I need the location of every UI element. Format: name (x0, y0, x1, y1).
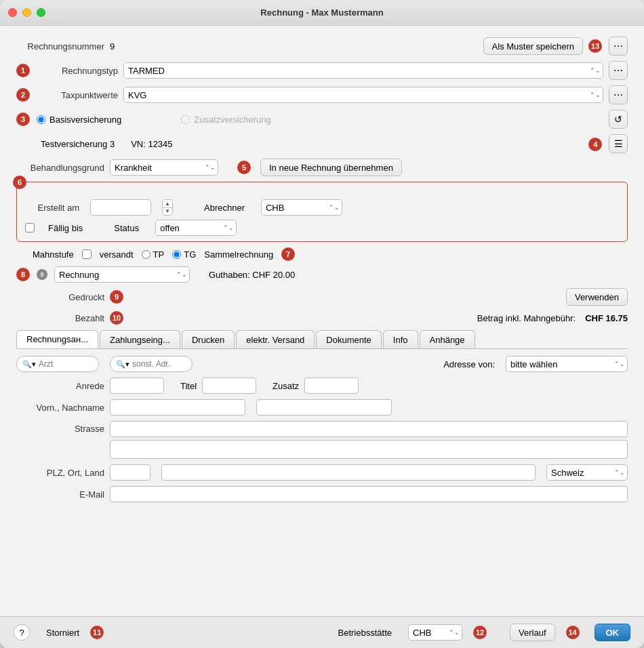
zusatzversicherung-radio[interactable] (181, 115, 190, 124)
badge-12: 12 (473, 626, 487, 639)
taxpunktwerte-select[interactable]: KVG (123, 87, 603, 103)
tab-drucken[interactable]: Drucken (182, 330, 235, 348)
sammelrechnung-label: Sammelrechnung (204, 249, 273, 260)
settings-icon-3[interactable]: ⋯ (609, 85, 628, 104)
zusatzversicherung-label: Zusatzversicherung (194, 115, 270, 125)
basisversicherung-label: Basisversicherung (49, 115, 121, 125)
faellig-checkbox[interactable] (25, 223, 35, 232)
tg-label: TG (184, 249, 196, 260)
plz-row: PLZ, Ort, Land 3000 Bern Schweiz (16, 464, 628, 481)
als-muster-button[interactable]: Als Muster speichern (483, 37, 583, 55)
titel-input[interactable] (202, 378, 256, 394)
erstellt-am-input[interactable]: 9.11.2022 (90, 199, 151, 216)
arzt-search-icon: 🔍▾ (22, 360, 36, 369)
plz-input[interactable]: 3000 (110, 464, 150, 481)
betriebsstaette-select[interactable]: CHB (408, 624, 462, 641)
tab-dokumente[interactable]: Dokumente (316, 330, 381, 348)
verwenden-button[interactable]: Verwenden (566, 288, 628, 306)
insurance-row: 3 Basisversicherung Zusatzversicherung ↺ (16, 110, 628, 129)
close-button[interactable] (8, 8, 17, 17)
sonst-adr-input[interactable] (132, 359, 186, 369)
tab-anhaenge[interactable]: Anhänge (420, 330, 475, 348)
mahnstufe-label: Mahnstufe (33, 249, 74, 260)
help-icon: ? (19, 628, 24, 638)
rechnungstyp-label: Rechnungstyp (37, 66, 118, 76)
tp-radio[interactable] (142, 250, 150, 259)
badge-13: 13 (588, 39, 602, 53)
plz-ort-land-label: PLZ, Ort, Land (16, 468, 104, 478)
ok-button[interactable]: OK (595, 624, 631, 641)
list-icon[interactable]: ☰ (609, 134, 628, 153)
badge-9: 9 (110, 290, 123, 304)
badge-4: 4 (588, 138, 602, 151)
land-select[interactable]: Schweiz (546, 464, 628, 481)
titlebar: Rechnung - Max Mustermann (0, 0, 644, 26)
vn-label: VN: 12345 (131, 139, 172, 149)
refresh-icon[interactable]: ↺ (609, 110, 628, 129)
basisversicherung-radio[interactable] (37, 115, 45, 124)
bezahlt-row: Bezahlt 10 Betrag inkl. Mahngebühr: CHF … (16, 311, 628, 325)
tp-radio-group: TP (142, 249, 165, 260)
strasse-label: Strasse (16, 421, 104, 434)
rechnung-select[interactable]: Rechnung (54, 266, 190, 283)
status-select[interactable]: offen (155, 220, 237, 236)
ort-input[interactable]: Bern (161, 464, 536, 481)
sonst-adr-search-icon: 🔍▾ (116, 360, 129, 369)
badge-2: 2 (16, 88, 30, 102)
tab-zahlungseing[interactable]: Zahlungseing... (100, 330, 180, 348)
versandt-checkbox[interactable] (82, 249, 92, 259)
erstellt-am-label: Erstellt am (25, 203, 79, 213)
zusatz-input[interactable] (304, 378, 359, 394)
sonst-adr-search[interactable]: 🔍▾ (110, 356, 193, 372)
faellig-bis-label: Fällig bis (48, 223, 83, 233)
tg-radio[interactable] (172, 250, 181, 259)
bezahlt-label: Bezahlt (16, 313, 104, 323)
tg-radio-group: TG (172, 249, 196, 260)
gedruckt-label: Gedruckt (16, 292, 104, 302)
behandlungsgrund-select[interactable]: Krankheit (110, 159, 218, 176)
erstellt-abrechner-row: Erstellt am 9.11.2022 ▲ ▼ Abrechner CHB (25, 199, 619, 216)
strasse-row: Strasse Teststr. 12 (16, 421, 628, 459)
status-label: Status (114, 223, 139, 233)
arzt-row: 🔍▾ 🔍▾ Adresse von: bitte wählen (16, 356, 628, 372)
anrede-label: Anrede (16, 381, 104, 391)
anrede-input[interactable]: Herrn (110, 378, 164, 394)
abrechner-label: Abrechner (204, 203, 245, 213)
storniert-label: Storniert (46, 628, 79, 638)
neue-rechnung-button[interactable]: In neue Rechnung übernehmen (260, 159, 402, 176)
badge-10: 10 (110, 311, 123, 325)
arzt-input[interactable] (39, 359, 93, 369)
adresse-von-select[interactable]: bitte wählen (506, 356, 628, 372)
rechnungsnummer-value: 9 (110, 41, 115, 52)
badge-1: 1 (16, 64, 30, 77)
nachname-input[interactable]: Mustermann (256, 399, 392, 416)
main-window: Rechnung - Max Mustermann Rechnungsnumme… (0, 0, 644, 648)
rechnungstyp-select[interactable]: TARMED (123, 62, 603, 79)
email-label: E-Mail (16, 489, 104, 500)
settings-icon-2[interactable]: ⋯ (609, 61, 628, 80)
email-input[interactable] (110, 486, 628, 502)
erstellt-am-stepper[interactable]: ▲ ▼ (162, 199, 173, 216)
tab-rechnungsansicht[interactable]: Rechnungsан... (16, 330, 98, 348)
taxpunktwerte-label: Taxpunktwerte (37, 90, 118, 100)
minimize-button[interactable] (22, 8, 31, 17)
tab-elektr-versand[interactable]: elektr. Versand (236, 330, 315, 348)
rechnung-small-badge: 0 (37, 269, 47, 280)
strasse-input[interactable]: Teststr. 12 (110, 421, 628, 437)
abrechner-select[interactable]: CHB (261, 199, 342, 216)
vorname-input[interactable]: Max (110, 399, 245, 416)
rechnung-guthaben-row: 8 0 Rechnung Guthaben: CHF 20.00 (16, 266, 628, 283)
arzt-search[interactable]: 🔍▾ (16, 356, 99, 372)
badge-8: 8 (16, 268, 30, 281)
maximize-button[interactable] (37, 8, 45, 17)
titel-label: Titel (180, 381, 197, 391)
settings-icon-1[interactable]: ⋯ (609, 37, 628, 56)
tab-info[interactable]: Info (383, 330, 418, 348)
betrag-value: CHF 16.75 (585, 313, 628, 323)
guthaben-text: Guthaben: CHF 20.00 (209, 270, 628, 280)
mahnstufe-row: Mahnstufe versandt TP TG Sammelrechnung … (16, 247, 628, 261)
verlauf-button[interactable]: Verlauf (510, 624, 555, 641)
rechnungsnummer-row: Rechnungsnummer 9 Als Muster speichern 1… (16, 37, 628, 56)
zusatz-label: Zusatz (273, 381, 299, 391)
help-button[interactable]: ? (14, 624, 30, 641)
